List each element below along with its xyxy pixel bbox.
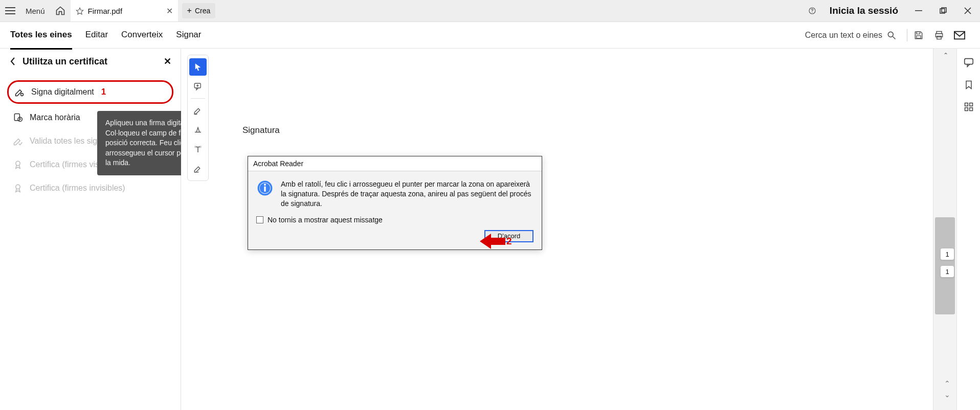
home-button[interactable] [50, 0, 71, 21]
panel-close-button[interactable]: ✕ [164, 56, 171, 67]
panels-grid-button[interactable] [964, 102, 974, 112]
document-tab[interactable]: Firmar.pdf ✕ [71, 0, 178, 21]
chevron-up-icon[interactable]: ⌃ [943, 52, 948, 59]
back-button[interactable] [9, 57, 16, 65]
signin-button[interactable]: Inicia la sessió [821, 5, 906, 16]
dialog-body-text: Amb el ratolí, feu clic i arrossegueu el… [281, 179, 533, 209]
menu-button[interactable] [0, 0, 20, 21]
comment-icon [963, 57, 974, 68]
medal-icon [12, 160, 24, 170]
svg-point-15 [16, 161, 20, 165]
star-icon [76, 7, 84, 15]
svg-marker-17 [195, 63, 201, 71]
left-panel: Utilitza un certificat ✕ Signa digitalme… [0, 49, 181, 410]
mail-icon [954, 31, 965, 40]
sidebar-item-label: Marca horària [30, 113, 80, 122]
new-tab-button[interactable]: + Crea [182, 3, 216, 18]
window-close[interactable] [955, 7, 980, 14]
floating-toolbar [187, 55, 209, 181]
save-icon [914, 30, 924, 40]
annotation-number: 2 [506, 236, 512, 247]
search-box[interactable]: Cerca un text o eines [805, 30, 897, 40]
help-button[interactable] [803, 6, 821, 16]
separator [191, 98, 205, 99]
tab-close-button[interactable]: ✕ [166, 6, 173, 16]
info-icon [256, 179, 274, 197]
hamburger-icon [5, 7, 15, 14]
svg-rect-28 [965, 108, 968, 111]
tab-title: Firmar.pdf [88, 7, 123, 15]
tab-sign[interactable]: Signar [176, 30, 201, 41]
search-icon [886, 30, 897, 40]
underline-tool[interactable] [189, 121, 207, 139]
separator [907, 29, 907, 41]
timestamp-icon [12, 112, 24, 123]
window-maximize[interactable] [931, 7, 955, 14]
tab-all-tools[interactable]: Totes les eines [10, 30, 72, 50]
signature-icon [193, 164, 203, 173]
checkbox[interactable] [256, 216, 263, 223]
arrow-left-icon [480, 233, 505, 250]
tab-edit[interactable]: Editar [85, 30, 108, 41]
highlight-tool[interactable] [189, 102, 207, 119]
svg-point-12 [21, 94, 24, 96]
page-down-button[interactable]: ⌄ [944, 391, 950, 399]
checkbox-label: No tornis a mostrar aquest missatge [268, 216, 383, 224]
titlebar: Menú Firmar.pdf ✕ + Crea Inicia la sessi… [0, 0, 980, 22]
main-toolbar: Totes les eines Editar Converteix Signar… [0, 22, 980, 49]
text-icon [193, 145, 203, 154]
text-tool[interactable] [189, 141, 207, 158]
share-button[interactable] [949, 29, 970, 41]
svg-rect-25 [964, 59, 973, 64]
cursor-icon [193, 62, 203, 72]
search-placeholder: Cerca un text o eines [805, 31, 882, 40]
add-comment-tool[interactable] [189, 78, 207, 95]
svg-rect-29 [969, 108, 972, 111]
print-button[interactable] [929, 29, 949, 41]
sidebar-item-certify-invisible: Certifica (firmes invisibles) [9, 176, 171, 200]
bookmark-icon [964, 79, 974, 90]
comments-panel-button[interactable] [963, 57, 974, 68]
svg-rect-6 [917, 32, 920, 34]
print-icon [934, 30, 944, 40]
svg-rect-23 [264, 187, 265, 192]
new-tab-label: Crea [195, 7, 210, 15]
sign-pen-icon [14, 87, 25, 97]
help-icon [808, 6, 816, 16]
sign-tool[interactable] [189, 160, 207, 177]
sidebar-item-label: Signa digitalment [31, 87, 94, 97]
medal-icon [12, 183, 24, 193]
dialog-title: Acrobat Reader [248, 156, 542, 171]
validate-icon [12, 136, 24, 146]
svg-point-5 [888, 32, 893, 37]
svg-rect-7 [917, 35, 921, 38]
tab-convert[interactable]: Converteix [121, 30, 163, 41]
underline-icon [193, 125, 203, 134]
bookmarks-panel-button[interactable] [964, 79, 974, 90]
svg-marker-24 [480, 234, 505, 249]
sidebar-item-label: Certifica (firmes invisibles) [30, 184, 125, 193]
svg-rect-26 [965, 103, 968, 106]
sidebar-item-sign-digitally[interactable]: Signa digitalment [7, 80, 173, 104]
save-button[interactable] [908, 29, 929, 41]
svg-rect-10 [937, 36, 941, 39]
plus-icon: + [187, 6, 192, 15]
grid-icon [964, 102, 974, 112]
select-tool[interactable] [189, 58, 207, 76]
highlight-icon [193, 106, 203, 115]
dialog-checkbox-row[interactable]: No tornis a mostrar aquest missatge [248, 214, 542, 230]
panel-title: Utilitza un certificat [23, 56, 107, 67]
menu-label[interactable]: Menú [20, 0, 50, 21]
right-rail [956, 49, 980, 410]
svg-rect-27 [969, 103, 972, 106]
page-up-button[interactable]: ⌃ [944, 379, 950, 388]
svg-rect-11 [954, 31, 965, 39]
window-minimize[interactable] [906, 7, 931, 14]
svg-rect-2 [915, 10, 922, 11]
svg-point-22 [264, 184, 266, 186]
svg-point-1 [812, 12, 812, 13]
page-total: 1 [940, 265, 954, 278]
page-input[interactable]: 1 [940, 248, 954, 260]
document-area[interactable]: Signatura Acrobat Reader Amb el ratolí, … [181, 49, 933, 410]
scrollbar[interactable]: ⌃ 1 1 ⌃ ⌄ [933, 49, 956, 410]
